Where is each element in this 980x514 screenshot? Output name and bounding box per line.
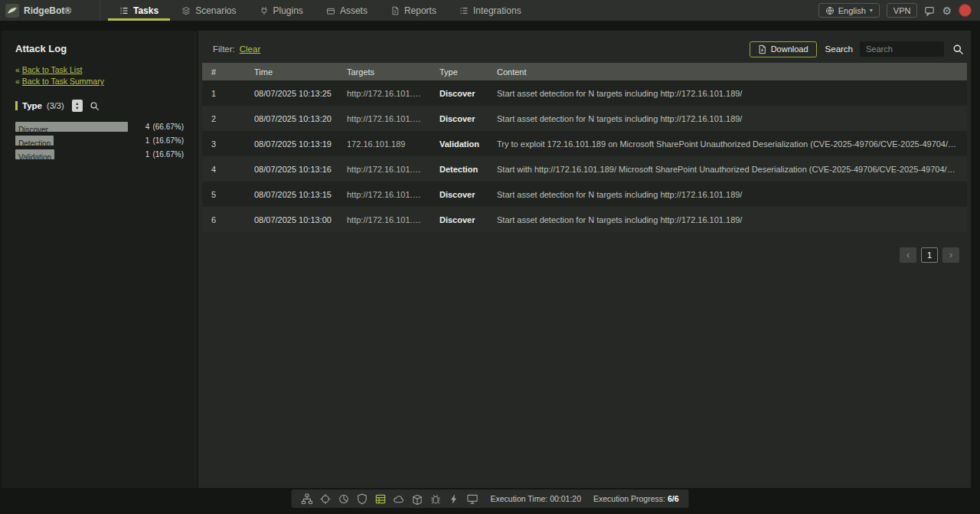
- next-page-button[interactable]: ›: [942, 247, 959, 263]
- column-header-num: #: [202, 63, 245, 80]
- double-chevron-left-icon: «: [15, 77, 20, 86]
- column-header-targets: Targets: [338, 63, 430, 80]
- page-title: Attack Log: [15, 43, 184, 54]
- cell-num: 3: [202, 131, 245, 156]
- prev-page-button[interactable]: ‹: [900, 247, 916, 263]
- download-button[interactable]: Download: [750, 41, 817, 57]
- tab-label: Scenarios: [195, 5, 236, 16]
- tab-tasks[interactable]: Tasks: [108, 0, 170, 21]
- cell-num: 2: [202, 106, 245, 131]
- accent-bar: [15, 101, 18, 110]
- execution-time-label: Execution Time:: [491, 494, 548, 503]
- type-bar-discover[interactable]: Discover 4(66.67%): [15, 122, 184, 132]
- cloud-icon[interactable]: [394, 493, 405, 505]
- table-header-row: # Time Targets Type Content: [202, 63, 967, 80]
- table-row: 2 08/07/2025 10:13:20 http://172.16.101.…: [202, 106, 967, 131]
- bar-value: 1(16.67%): [145, 136, 184, 146]
- cell-type: Discover: [430, 106, 488, 131]
- shield-icon[interactable]: [357, 493, 368, 505]
- cell-time: 08/07/2025 10:13:19: [245, 131, 338, 156]
- chevron-down-icon: ▾: [870, 7, 873, 14]
- table-row: 5 08/07/2025 10:13:15 http://172.16.101.…: [202, 182, 967, 207]
- chat-icon[interactable]: [924, 5, 935, 16]
- bar-fill: Discover: [15, 122, 128, 132]
- back-link-label: Back to Task Summary: [22, 77, 104, 86]
- search-input[interactable]: [860, 41, 944, 57]
- back-to-task-summary-link[interactable]: « Back to Task Summary: [15, 77, 184, 86]
- pie-chart-icon[interactable]: [338, 493, 350, 505]
- tab-plugins[interactable]: Plugins: [248, 0, 315, 21]
- current-page-button[interactable]: 1: [921, 247, 938, 263]
- cell-targets: http://172.16.101.189: [338, 106, 430, 131]
- package-icon[interactable]: [412, 493, 423, 505]
- tasks-list-icon: [119, 6, 129, 15]
- table-row: 3 08/07/2025 10:13:19 172.16.101.189 Val…: [202, 131, 967, 156]
- back-link-label: Back to Task List: [22, 65, 83, 74]
- plugins-plug-icon: [260, 6, 269, 15]
- execution-time: Execution Time: 00:01:20: [491, 494, 582, 503]
- tab-integrations[interactable]: Integrations: [448, 0, 533, 21]
- cell-targets: 172.16.101.189: [338, 131, 430, 156]
- topology-icon[interactable]: [302, 493, 313, 505]
- type-filter-label: Type: [22, 101, 42, 110]
- attack-log-list-icon[interactable]: [375, 493, 387, 505]
- bug-icon[interactable]: [430, 493, 442, 505]
- cell-type: Discover: [430, 80, 488, 106]
- table-row: 4 08/07/2025 10:13:16 http://172.16.101.…: [202, 156, 967, 182]
- bar-value: 1(16.67%): [145, 149, 184, 159]
- table-row: 1 08/07/2025 10:13:25 http://172.16.101.…: [202, 80, 967, 106]
- type-bar-validation[interactable]: Validation 1(16.67%): [15, 149, 184, 159]
- cell-type: Detection: [430, 156, 488, 182]
- back-to-task-list-link[interactable]: « Back to Task List: [15, 65, 184, 74]
- top-navigation: RidgeBot® Tasks Scenarios Plugins Assets…: [0, 0, 980, 21]
- tab-scenarios[interactable]: Scenarios: [170, 0, 247, 21]
- cell-targets: http://172.16.101.189/: [338, 207, 430, 232]
- cell-type: Validation: [430, 131, 488, 156]
- attack-log-main: Filter: Clear Download Search: [198, 31, 971, 488]
- user-avatar[interactable]: [959, 4, 972, 17]
- language-label: English: [838, 6, 866, 15]
- assets-box-icon: [326, 6, 335, 15]
- bar-fill: Validation: [15, 149, 54, 159]
- cell-targets: http://172.16.101.189: [338, 182, 430, 207]
- language-selector[interactable]: English ▾: [818, 3, 880, 18]
- lightning-icon[interactable]: [449, 493, 460, 505]
- vpn-button[interactable]: VPN: [887, 3, 918, 18]
- execution-progress: Execution Progress: 6/6: [593, 494, 679, 503]
- bar-value: 4(66.67%): [145, 122, 184, 132]
- cell-content: Try to exploit 172.16.101.189 on Microso…: [488, 131, 967, 156]
- sort-toggle[interactable]: ▲ ▼: [72, 100, 83, 112]
- target-icon[interactable]: [320, 493, 332, 505]
- type-filter-count: (3/3): [47, 101, 64, 110]
- attack-log-table: # Time Targets Type Content 1 08/07/2025…: [202, 63, 967, 232]
- tab-label: Reports: [404, 5, 436, 16]
- cell-num: 5: [202, 182, 245, 207]
- tab-assets[interactable]: Assets: [315, 0, 379, 21]
- execution-progress-label: Execution Progress:: [593, 494, 665, 503]
- search-icon[interactable]: [952, 44, 964, 55]
- clear-filter-link[interactable]: Clear: [240, 44, 260, 54]
- log-toolbar: Filter: Clear Download Search: [202, 31, 967, 63]
- bar-label: Detection: [18, 139, 51, 148]
- reports-document-icon: [390, 6, 400, 15]
- nav-tabs: Tasks Scenarios Plugins Assets Reports I…: [108, 0, 533, 21]
- gear-icon[interactable]: ⚙: [942, 5, 952, 16]
- cell-time: 08/07/2025 10:13:20: [245, 106, 338, 131]
- tab-reports[interactable]: Reports: [379, 0, 448, 21]
- cell-content: Start with http://172.16.101.189/ Micros…: [488, 156, 967, 182]
- sidebar-search-icon[interactable]: [90, 101, 100, 111]
- search-control: Search: [825, 41, 944, 57]
- type-bar-detection[interactable]: Detection 1(16.67%): [15, 136, 184, 146]
- cell-num: 1: [202, 80, 245, 106]
- table-row: 6 08/07/2025 10:13:00 http://172.16.101.…: [202, 207, 967, 232]
- download-label: Download: [771, 44, 808, 54]
- tab-label: Plugins: [273, 5, 303, 16]
- bar-label: Discover: [18, 126, 48, 134]
- cell-time: 08/07/2025 10:13:15: [245, 182, 338, 207]
- column-header-time: Time: [245, 63, 338, 80]
- display-icon[interactable]: [467, 493, 479, 505]
- cell-content: Start asset detection for N targets incl…: [488, 80, 967, 106]
- scenarios-layers-icon: [181, 6, 191, 15]
- cell-num: 6: [202, 207, 245, 232]
- cell-time: 08/07/2025 10:13:16: [245, 156, 338, 182]
